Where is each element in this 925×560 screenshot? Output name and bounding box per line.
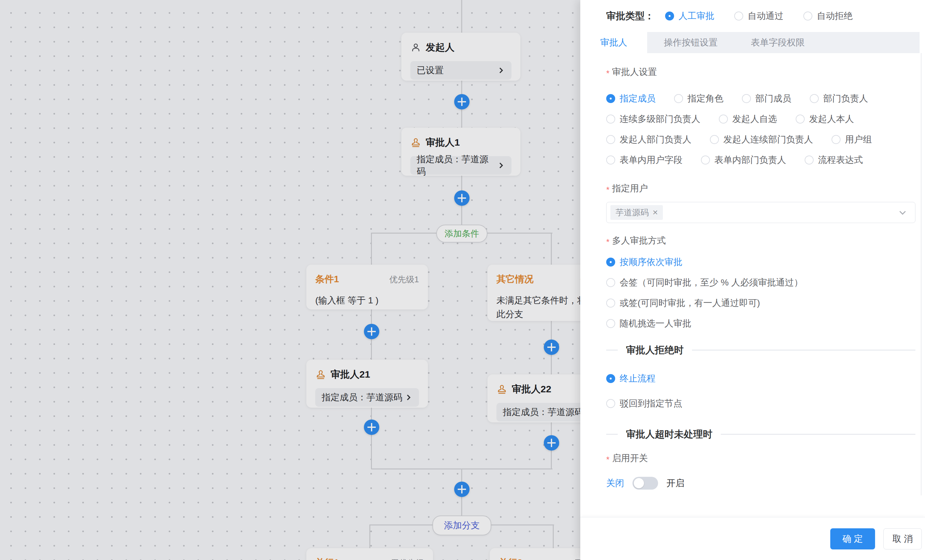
divider-line	[606, 434, 618, 435]
reject-radio[interactable]: 驳回到指定节点	[606, 398, 915, 409]
radio-icon	[832, 135, 841, 144]
confirm-button[interactable]: 确 定	[830, 528, 875, 549]
radio-icon	[719, 114, 728, 123]
approver-setting-radio[interactable]: 流程表达式	[804, 154, 863, 166]
approval-type-radio[interactable]: 人工审批	[665, 10, 714, 22]
radio-icon	[606, 114, 615, 123]
radio-icon	[606, 399, 615, 408]
reject-section-divider: 审批人拒绝时	[606, 343, 915, 357]
panel-footer: 确 定 取 消	[580, 517, 925, 560]
radio-icon	[810, 94, 819, 103]
settings-tab[interactable]: 操作按钮设置	[647, 32, 734, 53]
timeout-toggle-row: 关闭 开启	[606, 476, 915, 490]
selected-user-tag: 芋道源码 ×	[610, 205, 663, 220]
settings-tabs: 审批人 操作按钮设置 表单字段权限	[580, 32, 920, 53]
multi-approve-radio[interactable]: 随机挑选一人审批	[606, 318, 915, 329]
multi-approve-radio-group: 按顺序依次审批 会签（可同时审批，至少 % 人必须审批通过） 或签(可同时审批，…	[606, 247, 915, 329]
multi-approve-radio[interactable]: 会签（可同时审批，至少 % 人必须审批通过）	[606, 277, 915, 288]
radio-icon	[606, 319, 615, 328]
radio-icon	[674, 94, 683, 103]
toggle-off-label: 关闭	[606, 477, 624, 489]
toggle-knob	[634, 478, 644, 488]
approval-type-radio-group: 人工审批 自动通过 自动拒绝	[665, 10, 853, 22]
approver-setting-radio[interactable]: 连续多级部门负责人	[606, 113, 700, 125]
settings-tab[interactable]: 表单字段权限	[734, 32, 821, 53]
multi-approve-radio[interactable]: 按顺序依次审批	[606, 256, 915, 268]
approver-setting-radio[interactable]: 发起人自选	[719, 113, 777, 125]
required-asterisk: *	[606, 184, 609, 195]
enable-toggle[interactable]	[633, 477, 658, 489]
multi-approve-label: * 多人审批方式	[606, 235, 915, 247]
approver-setting-row: 发起人部门负责人 发起人连续部门负责人 用户组	[606, 134, 915, 145]
approver-setting-radio[interactable]: 部门负责人	[810, 92, 868, 105]
enable-switch-label: * 启用开关	[606, 453, 915, 465]
approver-setting-radio[interactable]: 用户组	[832, 134, 872, 146]
selected-user-name: 芋道源码	[616, 207, 649, 218]
radio-icon	[796, 114, 804, 123]
approver-setting-radio[interactable]: 发起人本人	[796, 113, 854, 125]
approver-setting-radio[interactable]: 部门成员	[742, 92, 791, 105]
radio-icon	[606, 257, 615, 266]
settings-tab[interactable]: 审批人	[580, 32, 647, 53]
radio-icon	[804, 155, 814, 164]
divider-line	[692, 350, 915, 351]
approver-setting-label: * 审批人设置	[606, 66, 915, 79]
radio-icon	[665, 12, 674, 21]
radio-icon	[734, 12, 743, 21]
approver-settings-panel: 审批类型： 人工审批 自动通过 自动拒绝	[580, 0, 925, 560]
radio-icon	[606, 374, 615, 383]
timeout-section-title: 审批人超时未处理时	[626, 428, 713, 441]
chevron-down-icon	[898, 208, 907, 217]
cancel-button[interactable]: 取 消	[883, 528, 922, 549]
approver-setting-radio[interactable]: 表单内部门负责人	[701, 154, 786, 166]
approver-setting-row: 表单内用户字段 表单内部门负责人 流程表达式	[606, 154, 915, 166]
assign-user-label: * 指定用户	[606, 183, 915, 195]
remove-tag-icon[interactable]: ×	[652, 207, 658, 218]
required-asterisk: *	[606, 236, 609, 247]
panel-body[interactable]: * 审批人设置 指定成员 指定角色 部门成员	[580, 53, 925, 495]
approver-setting-row: 连续多级部门负责人 发起人自选 发起人本人	[606, 113, 915, 125]
radio-icon	[701, 155, 710, 164]
approver-setting-radio[interactable]: 指定角色	[674, 92, 723, 105]
radio-icon	[606, 135, 615, 144]
divider-line	[606, 350, 618, 351]
toggle-on-label: 开启	[666, 477, 684, 489]
required-asterisk: *	[606, 454, 609, 465]
approval-type-label: 审批类型：	[606, 10, 654, 23]
approval-type-header: 审批类型： 人工审批 自动通过 自动拒绝	[580, 0, 925, 32]
radio-icon	[710, 135, 719, 144]
reject-radio-group: 终止流程 驳回到指定节点	[606, 359, 915, 409]
multi-approve-radio[interactable]: 或签(可同时审批，有一人通过即可)	[606, 297, 915, 309]
radio-icon	[606, 155, 615, 164]
panel-scrollbar[interactable]	[921, 53, 922, 495]
radio-icon	[606, 298, 615, 307]
radio-icon	[606, 94, 615, 103]
radio-icon	[606, 278, 615, 287]
radio-icon	[803, 12, 812, 21]
reject-radio[interactable]: 终止流程	[606, 373, 915, 384]
required-asterisk: *	[606, 68, 609, 79]
approver-setting-radio[interactable]: 发起人部门负责人	[606, 134, 691, 146]
approval-type-radio[interactable]: 自动通过	[734, 10, 783, 22]
assign-user-select[interactable]: 芋道源码 ×	[606, 202, 915, 223]
divider-line	[721, 434, 915, 435]
reject-section-title: 审批人拒绝时	[626, 344, 684, 357]
approver-setting-radio[interactable]: 发起人连续部门负责人	[710, 134, 813, 146]
radio-icon	[742, 94, 751, 103]
timeout-section-divider: 审批人超时未处理时	[606, 428, 915, 441]
approval-type-radio[interactable]: 自动拒绝	[803, 10, 853, 22]
approver-setting-radio[interactable]: 表单内用户字段	[606, 154, 682, 166]
approver-setting-radio[interactable]: 指定成员	[606, 92, 655, 105]
approver-setting-row: 指定成员 指定角色 部门成员 部门负责人	[606, 93, 915, 104]
